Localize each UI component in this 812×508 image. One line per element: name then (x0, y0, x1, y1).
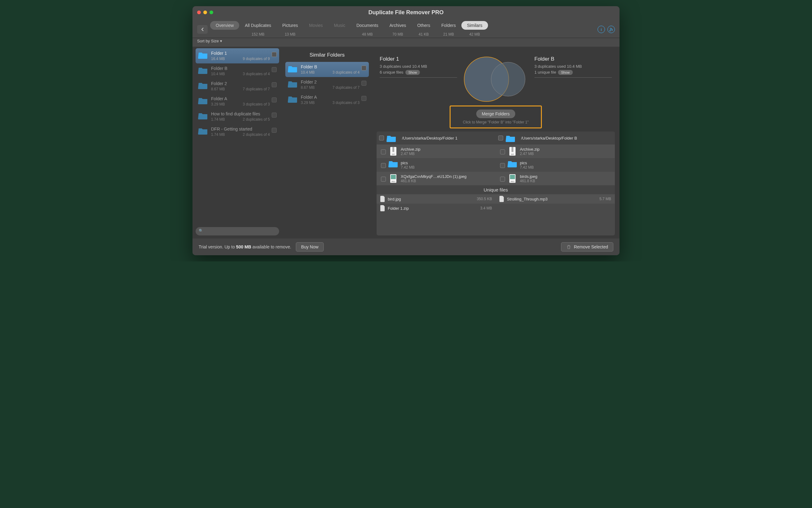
file-row: pics 7.42 MB pics 7.42 MB (377, 158, 615, 172)
unique-file-row: Folder 1.zip 3.4 MB (377, 204, 615, 213)
tab-pictures[interactable]: Pictures (276, 21, 304, 30)
merge-folders-button[interactable]: Merge Folders (476, 110, 515, 118)
maximize-window-button[interactable] (210, 10, 213, 14)
select-all-left-checkbox[interactable] (379, 135, 384, 140)
info-icon[interactable]: i (598, 26, 605, 33)
file-name: bird.jpg (388, 197, 474, 201)
tab-size-label: 48 MB (362, 30, 373, 38)
folder-icon (198, 112, 208, 119)
folder-dup-count: 3 duplicates of 4 (243, 72, 270, 76)
folder-checkbox[interactable] (361, 66, 367, 71)
file-comparison-panel: /Users/starka/Desktop/Folder 1 /Users/st… (377, 131, 615, 236)
tab-movies[interactable]: Movies (304, 21, 328, 30)
folder-checkbox[interactable] (361, 96, 367, 101)
show-right-button[interactable]: Show (558, 70, 573, 75)
folder-item[interactable]: How to find duplicate files 1.74 MB2 dup… (196, 109, 279, 124)
file-checkbox[interactable] (500, 163, 505, 168)
tab-folders[interactable]: Folders (436, 21, 461, 30)
folder-item[interactable]: DFR - Getting started 1.74 MB2 duplicate… (196, 124, 279, 139)
folder-name: Folder 2 (211, 81, 270, 86)
rss-icon[interactable] (607, 26, 615, 33)
tab-all-duplicates[interactable]: All Duplicates (239, 21, 276, 30)
buy-now-button[interactable]: Buy Now (296, 242, 324, 252)
show-left-button[interactable]: Show (405, 70, 420, 75)
folder-name: Folder 1 (211, 51, 270, 56)
folder-item[interactable]: Folder 1 16.4 MB9 duplicates of 9 (196, 48, 279, 64)
file-size: 7.42 MB (520, 165, 534, 170)
tab-others[interactable]: Others (412, 21, 436, 30)
file-size: 7.42 MB (401, 165, 415, 170)
folder-name: Folder B (301, 65, 359, 69)
folder-dup-count: 3 duplicates of 3 (243, 102, 270, 107)
folder-icon (198, 82, 208, 89)
close-window-button[interactable] (197, 10, 201, 14)
folder-checkbox[interactable] (361, 81, 367, 86)
tab-overview[interactable]: Overview (210, 21, 239, 30)
folder-icon (198, 97, 208, 104)
folder-icon (288, 65, 298, 72)
tab-archives[interactable]: Archives (384, 21, 412, 30)
file-size: 5.7 MB (599, 197, 611, 201)
tab-size-label: 13 MB (285, 30, 296, 38)
tab-similars[interactable]: Similars (461, 21, 488, 30)
folder-name: Folder A (301, 95, 359, 100)
folder-checkbox[interactable] (272, 67, 276, 72)
file-size: 2.47 MB (520, 152, 540, 156)
folder-size: 1.74 MB (211, 132, 225, 137)
select-all-right-checkbox[interactable] (498, 135, 503, 140)
folder-dup-count: 3 duplicates of 3 (333, 100, 359, 105)
folder-item[interactable]: Folder A 3.29 MB3 duplicates of 3 (285, 92, 369, 108)
compare-right-dups: 3 duplicates used 10.4 MB (535, 64, 612, 69)
file-name: Archive.zip (520, 147, 540, 152)
search-input[interactable] (196, 227, 279, 236)
folder-item[interactable]: Folder B 10.4 MB3 duplicates of 4 (196, 64, 279, 79)
file-row: ZIP Archive.zip 2.47 MB ZIP Archive.zip … (377, 144, 615, 158)
file-checkbox[interactable] (381, 150, 386, 154)
back-button[interactable] (197, 25, 208, 34)
folder-dup-count: 3 duplicates of 4 (333, 70, 359, 75)
folder-dup-count: 2 duplicates of 4 (243, 132, 270, 137)
folder-name: Folder A (211, 96, 270, 101)
svg-text:JPEG: JPEG (391, 181, 395, 182)
file-checkbox[interactable] (500, 177, 505, 182)
file-checkbox[interactable] (500, 150, 505, 154)
folder-checkbox[interactable] (272, 97, 276, 102)
folder-item[interactable]: Folder B 10.4 MB3 duplicates of 4 (285, 62, 369, 77)
folder-checkbox[interactable] (272, 128, 276, 133)
window-title: Duplicate File Remover PRO (193, 9, 619, 16)
folder-size: 10.4 MB (301, 70, 315, 75)
file-size: 350.5 KB (477, 197, 492, 201)
sidebar: Folder 1 16.4 MB9 duplicates of 9 Folder… (193, 47, 282, 239)
folder-size: 8.67 MB (211, 87, 225, 91)
folder-icon (388, 160, 398, 170)
file-checkbox[interactable] (381, 177, 386, 182)
file-name: pics (520, 161, 534, 165)
folder-name: How to find duplicate files (211, 111, 270, 116)
folder-item[interactable]: Folder A 3.29 MB3 duplicates of 3 (196, 94, 279, 109)
folder-dup-count: 2 duplicates of 5 (243, 117, 270, 122)
file-checkbox[interactable] (381, 163, 386, 168)
minimize-window-button[interactable] (203, 10, 207, 14)
remove-selected-button[interactable]: Remove Selected (561, 242, 613, 252)
folder-checkbox[interactable] (272, 113, 276, 118)
sort-dropdown[interactable]: Sort by Size ▾ (197, 39, 222, 43)
folder-checkbox[interactable] (272, 52, 276, 57)
file-size: 461.8 KB (520, 179, 537, 183)
folder-dup-count: 7 duplicates of 7 (243, 87, 270, 91)
folder-item[interactable]: Folder 2 8.67 MB7 duplicates of 7 (285, 77, 369, 92)
file-row: JPEG XQxfgaCvvMkyqF…eU1JDn (1).jpeg 461.… (377, 172, 615, 185)
folder-checkbox[interactable] (272, 82, 276, 87)
similar-folders-title: Similar Folders (285, 48, 369, 62)
toolbar: OverviewAll Duplicates152 MBPictures13 M… (193, 18, 619, 38)
left-folder-path: /Users/starka/Desktop/Folder 1 (402, 136, 457, 140)
tab-documents[interactable]: Documents (351, 21, 384, 30)
compare-left-title: Folder 1 (380, 56, 457, 62)
tab-size-label: 41 KB (419, 30, 429, 38)
file-size: 461.8 KB (401, 179, 466, 183)
titlebar: Duplicate File Remover PRO (193, 6, 619, 18)
svg-rect-12 (510, 175, 515, 179)
tab-music[interactable]: Music (328, 21, 351, 30)
svg-rect-3 (392, 147, 394, 152)
folder-item[interactable]: Folder 2 8.67 MB7 duplicates of 7 (196, 79, 279, 94)
folder-size: 1.74 MB (211, 117, 225, 122)
